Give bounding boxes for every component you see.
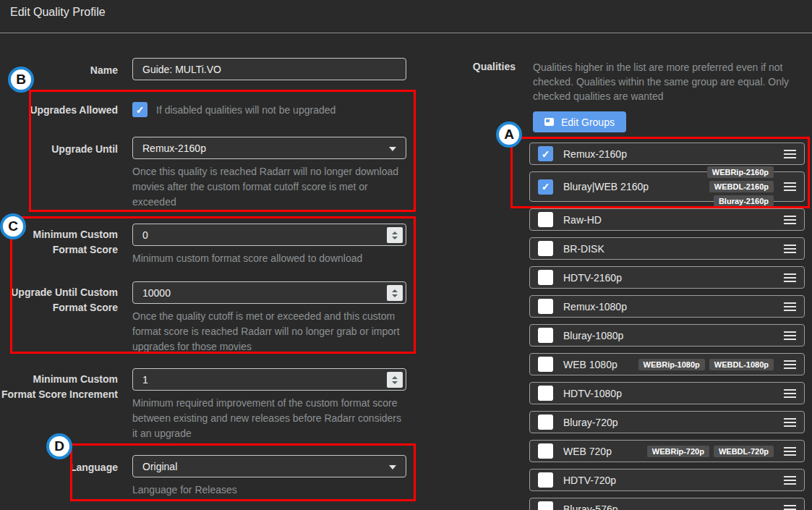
quality-badge: Bluray-2160p [714,195,774,207]
quality-checkbox[interactable] [538,328,553,343]
form-row-name: Name [0,58,406,80]
upgrade-until-help: Once this quality is reached Radarr will… [132,164,406,210]
quality-checkbox[interactable] [538,472,553,488]
upgrades-allowed-help: If disabled qualities will not be upgrad… [156,102,336,118]
quality-checkbox[interactable] [538,270,553,285]
drag-handle-icon[interactable] [784,148,796,161]
drag-handle-icon[interactable] [784,329,796,342]
spinner-down-icon[interactable] [392,237,398,239]
drag-handle-icon[interactable] [784,213,796,226]
quality-name: WEB 720p [563,446,612,457]
quality-checkbox[interactable]: ✓ [538,146,553,161]
quality-name: Bluray-576p [563,503,618,510]
language-label: Language [0,455,118,475]
object-group-icon [544,118,554,126]
upgrades-allowed-label: Upgrades Allowed [0,101,118,118]
drag-handle-icon[interactable] [784,271,796,284]
language-select[interactable]: Original [132,455,406,477]
quality-list-item: ✓ Bluray|WEB 2160p WEBRip-2160pWEBDL-216… [529,171,805,202]
min-increment-label: Minimum Custom Format Score Increment [0,368,118,402]
edit-groups-label: Edit Groups [561,116,615,128]
quality-checkbox[interactable] [538,299,553,314]
quality-name: Bluray-1080p [563,330,623,341]
quality-checkbox[interactable] [538,415,553,430]
quality-name: HDTV-720p [563,475,616,486]
upgrades-allowed-checkbox[interactable]: ✓ [132,102,148,117]
form-row-min-increment: Minimum Custom Format Score Increment Mi… [0,368,406,441]
quality-badges: WEBRip-720pWEBDL-720p [647,446,774,457]
drag-handle-icon[interactable] [784,387,796,400]
drag-handle-icon[interactable] [784,242,796,255]
annotation-label-a: A [496,122,522,148]
drag-handle-icon[interactable] [784,358,796,371]
edit-groups-button[interactable]: Edit Groups [533,111,626,132]
qualities-label: Qualities [450,61,516,72]
language-help: Language for Releases [132,483,406,498]
spinner-down-icon[interactable] [392,381,398,384]
quality-list-item: Raw-HD [529,208,805,231]
drag-handle-icon[interactable] [784,474,796,487]
quality-list-item: Bluray-1080p [529,324,805,347]
drag-handle-icon[interactable] [784,445,796,458]
drag-handle-icon[interactable] [784,416,796,429]
quality-checkbox[interactable] [538,241,553,256]
drag-handle-icon[interactable] [784,503,796,510]
name-label: Name [0,58,118,78]
quality-badge: WEBRip-720p [647,446,709,457]
spinner-up-icon[interactable] [392,376,398,379]
quality-name: WEB 1080p [563,359,617,370]
drag-handle-icon[interactable] [784,180,796,193]
number-spinner[interactable] [387,372,403,388]
spinner-up-icon[interactable] [392,231,398,234]
quality-badge: WEBRip-2160p [707,166,774,178]
name-input[interactable] [132,58,406,80]
qualities-help: Qualities higher in the list are more pr… [533,60,795,103]
upgrade-until-label: Upgrade Until [0,137,118,157]
chevron-down-icon [389,147,396,151]
quality-badges: WEBRip-1080pWEBDL-1080p [638,359,774,370]
upgrade-until-select[interactable]: Remux-2160p [132,137,406,159]
spinner-up-icon[interactable] [392,289,398,292]
form-row-language: Language Original Language for Releases [0,455,406,498]
upgrade-until-value: Remux-2160p [142,143,206,154]
spinner-down-icon[interactable] [392,294,398,297]
until-format-score-label: Upgrade Until Custom Format Score [0,281,118,315]
until-format-score-input[interactable] [132,281,406,304]
quality-checkbox[interactable] [538,501,553,510]
number-spinner[interactable] [387,285,403,301]
dialog-header: Edit Quality Profile [0,0,812,33]
quality-name: Remux-2160p [563,148,627,160]
quality-name: HDTV-2160p [563,272,622,284]
quality-list-item: Bluray-720p [529,411,805,433]
quality-list-item: ✓ Remux-2160p [529,143,805,165]
quality-badge: WEBRip-1080p [638,359,705,370]
language-value: Original [142,461,177,472]
quality-list-item: HDTV-720p [529,469,805,491]
min-increment-help: Minimum required improvement of the cust… [132,396,406,441]
min-increment-input[interactable] [132,368,406,391]
quality-list-item: HDTV-1080p [529,382,805,404]
quality-list-item: Bluray-576p [529,498,805,510]
quality-name: Raw-HD [563,214,602,226]
check-icon: ✓ [136,104,145,116]
quality-checkbox[interactable] [538,443,553,459]
drag-handle-icon[interactable] [784,300,796,313]
quality-checkbox[interactable] [538,212,553,227]
quality-checkbox[interactable]: ✓ [538,179,553,195]
quality-checkbox[interactable] [538,386,553,401]
quality-list-item: WEB 720p WEBRip-720pWEBDL-720p [529,440,805,462]
quality-badge: WEBDL-2160p [709,181,774,192]
quality-badge: WEBDL-720p [714,446,774,457]
number-spinner[interactable] [387,227,403,243]
min-format-score-input[interactable] [132,224,406,246]
quality-name: Bluray|WEB 2160p [563,181,649,192]
quality-list-item: HDTV-2160p [529,266,805,289]
quality-list-item: BR-DISK [529,237,805,260]
min-format-score-help: Minimum custom format score allowed to d… [132,251,406,266]
quality-list-item: WEB 1080p WEBRip-1080pWEBDL-1080p [529,353,805,375]
quality-name: Remux-1080p [563,301,627,313]
quality-name: Bluray-720p [563,417,618,428]
quality-checkbox[interactable] [538,357,553,372]
chevron-down-icon [389,465,396,469]
until-format-score-help: Once the quality cutoff is met or exceed… [132,309,406,354]
